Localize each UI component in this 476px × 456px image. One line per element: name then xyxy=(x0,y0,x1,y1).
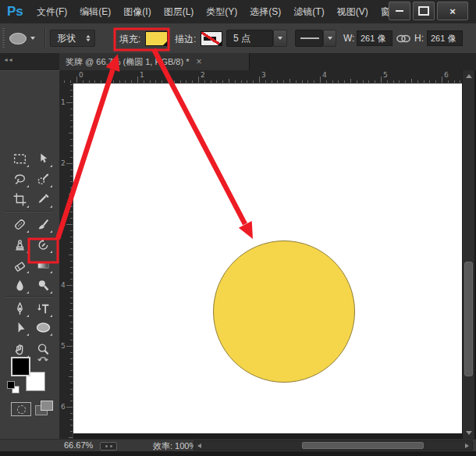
solid-line-icon xyxy=(300,37,319,39)
tool-clone-stamp[interactable] xyxy=(9,235,30,254)
menu-filter[interactable]: 滤镜(T) xyxy=(287,0,330,23)
tool-eraser[interactable] xyxy=(9,255,30,274)
tool-pen[interactable] xyxy=(9,299,30,318)
ruler-number: 2 xyxy=(61,159,66,167)
photoshop-window: Ps 文件(F) 编辑(E) 图像(I) 图层(L) 类型(Y) 选择(S) 滤… xyxy=(0,0,476,456)
ellipse-preset-icon xyxy=(9,33,27,45)
screen-mode-icon xyxy=(41,401,53,411)
tool-blur[interactable] xyxy=(9,276,30,294)
tool-eyedropper[interactable] xyxy=(33,190,53,208)
ruler-number: 4 xyxy=(61,281,66,289)
chevron-down-icon xyxy=(328,37,332,40)
ruler-number: 2 xyxy=(201,71,205,79)
options-separator xyxy=(44,28,46,48)
menu-view[interactable]: 视图(V) xyxy=(331,0,375,23)
menu-layer[interactable]: 图层(L) xyxy=(158,0,201,23)
menu-image[interactable]: 图像(I) xyxy=(117,0,157,23)
stroke-width-field[interactable]: 5 点 xyxy=(226,30,273,47)
menu-type[interactable]: 类型(Y) xyxy=(200,0,243,23)
foreground-color-swatch[interactable] xyxy=(11,357,30,376)
document-tab-title: 奖牌 @ 66.7% (椭圆 1, RGB/8) * xyxy=(66,53,190,70)
mini-black-swatch xyxy=(7,381,15,389)
tool-dodge[interactable] xyxy=(33,276,53,294)
tool-spot-healing-brush[interactable] xyxy=(9,215,30,233)
window-controls: × xyxy=(389,2,468,20)
ellipse-shape[interactable] xyxy=(213,240,355,383)
tool-move[interactable] xyxy=(33,149,53,168)
scroll-up-icon[interactable] xyxy=(466,74,472,78)
photoshop-logo: Ps xyxy=(7,4,30,20)
menu-select[interactable]: 选择(S) xyxy=(243,0,287,23)
status-options-icon[interactable] xyxy=(100,442,117,451)
ruler-number: 5 xyxy=(383,71,388,79)
vertical-scrollbar-thumb[interactable] xyxy=(464,262,473,376)
tab-close-icon[interactable]: × xyxy=(197,53,202,70)
tool-path-selection[interactable] xyxy=(9,318,30,337)
fill-color-swatch[interactable] xyxy=(145,31,168,46)
chevron-down-icon xyxy=(30,37,35,40)
screen-mode-button[interactable] xyxy=(35,401,54,416)
ruler-number: 3 xyxy=(61,220,66,228)
scroll-down-icon[interactable] xyxy=(466,431,472,435)
default-colors-icon[interactable] xyxy=(7,381,20,394)
updown-arrows-icon xyxy=(86,35,90,42)
tool-preset-picker[interactable] xyxy=(9,30,42,47)
ruler-number: 4 xyxy=(322,71,327,79)
ruler-number: 6 xyxy=(61,403,66,411)
status-bar: 66.67% 效率: 100%* xyxy=(0,439,476,452)
menu-window-truncated[interactable]: 窗 xyxy=(375,0,389,23)
stroke-style-dropdown-button[interactable] xyxy=(323,30,336,47)
chevron-down-icon xyxy=(278,37,282,40)
tool-ellipse[interactable] xyxy=(33,318,53,337)
tool-brush[interactable] xyxy=(33,215,53,233)
zoom-level-field[interactable]: 66.67% xyxy=(64,440,93,450)
minimize-icon xyxy=(396,10,403,12)
width-label: W: xyxy=(343,33,354,44)
tool-lasso[interactable] xyxy=(9,169,30,188)
swap-colors-icon[interactable] xyxy=(37,354,49,368)
horizontal-ruler: 0 1 2 3 4 5 6 xyxy=(59,70,462,84)
tool-quick-selection[interactable] xyxy=(33,169,53,188)
canvas[interactable] xyxy=(73,83,462,433)
shape-mode-value: 形状 xyxy=(57,32,76,45)
minimize-button[interactable] xyxy=(389,2,410,20)
link-dimensions-icon[interactable] xyxy=(396,34,411,46)
vertical-scrollbar[interactable] xyxy=(462,70,474,439)
scroll-left-icon[interactable] xyxy=(197,444,201,448)
ruler-number: 0 xyxy=(79,71,83,79)
tool-crop[interactable] xyxy=(9,190,30,208)
stroke-color-swatch[interactable] xyxy=(201,31,222,46)
stroke-width-dropdown-button[interactable] xyxy=(273,30,287,47)
maximize-icon xyxy=(418,6,429,16)
width-input[interactable]: 261 像 xyxy=(357,30,393,46)
close-button[interactable]: × xyxy=(437,2,468,20)
tool-history-brush[interactable] xyxy=(33,235,53,254)
toolbox xyxy=(0,70,60,440)
horizontal-scrollbar-thumb[interactable] xyxy=(302,442,424,449)
tool-options-bar: 形状 填充: 描边: 5 点 W: 261 像 xyxy=(0,23,476,54)
quick-mask-icon xyxy=(17,405,26,414)
tool-gradient[interactable] xyxy=(33,255,53,274)
ruler-number: 6 xyxy=(444,71,449,79)
quick-mask-button[interactable] xyxy=(11,402,31,416)
horizontal-scrollbar[interactable] xyxy=(194,440,473,451)
vertical-ruler: 1 2 3 4 5 6 xyxy=(59,83,73,439)
shape-mode-select[interactable]: 形状 xyxy=(50,30,95,47)
ruler-number: 1 xyxy=(140,71,144,79)
stroke-style-select[interactable] xyxy=(295,30,323,47)
menu-edit[interactable]: 编辑(E) xyxy=(73,0,117,23)
toolbox-collapse-icon[interactable]: ◄◄ xyxy=(3,57,12,62)
stroke-width-value: 5 点 xyxy=(233,32,250,45)
tool-hand[interactable] xyxy=(9,340,30,358)
document-tab-bar: ◄◄ 奖牌 @ 66.7% (椭圆 1, RGB/8) * × xyxy=(0,53,476,71)
document-tab[interactable]: 奖牌 @ 66.7% (椭圆 1, RGB/8) * × xyxy=(59,53,250,70)
height-input[interactable]: 261 像 xyxy=(427,30,463,46)
menu-file[interactable]: 文件(F) xyxy=(30,0,73,23)
tool-type[interactable] xyxy=(33,299,53,318)
maximize-button[interactable] xyxy=(413,2,435,20)
ruler-number: 3 xyxy=(261,71,266,79)
title-bar: Ps 文件(F) 编辑(E) 图像(I) 图层(L) 类型(Y) 选择(S) 滤… xyxy=(0,0,476,24)
stroke-label: 描边: xyxy=(175,33,196,46)
scroll-right-icon[interactable] xyxy=(465,444,469,448)
tool-rectangular-marquee[interactable] xyxy=(9,149,30,168)
